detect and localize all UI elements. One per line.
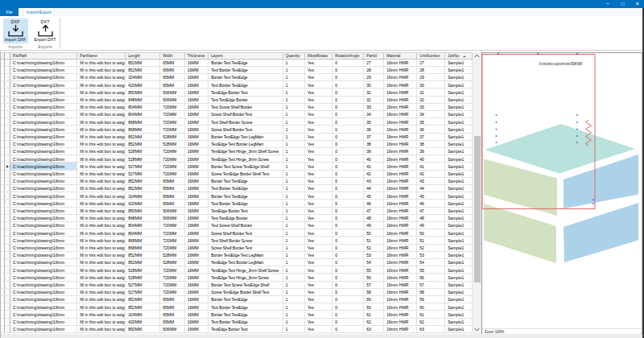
svg-text:fill in this edit box to asign: fill in this edit box to asign with numb… — [539, 62, 582, 66]
